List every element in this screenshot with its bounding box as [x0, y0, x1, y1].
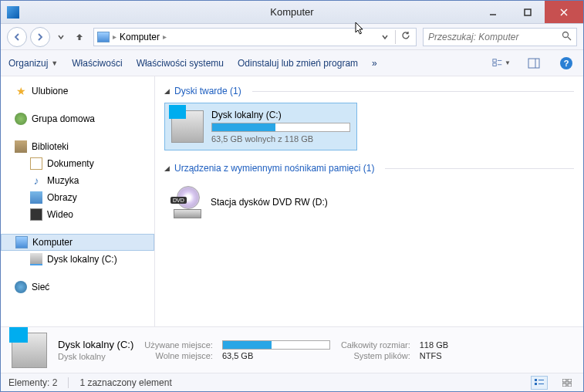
breadcrumb-item[interactable]: Komputer — [120, 32, 160, 42]
breadcrumb-separator-icon[interactable]: ▸ — [163, 32, 167, 41]
navigation-pane: ★Ulubione Grupa domowa Biblioteki Dokume… — [1, 76, 155, 326]
recent-locations-button[interactable] — [53, 27, 69, 47]
svg-line-5 — [568, 37, 571, 40]
system-properties-button[interactable]: Właściwości systemu — [137, 58, 224, 69]
overflow-button[interactable]: » — [372, 58, 377, 69]
up-button[interactable] — [72, 27, 87, 47]
windows-logo-icon — [9, 327, 28, 343]
svg-rect-19 — [568, 384, 572, 387]
address-dropdown-button[interactable] — [378, 32, 392, 42]
drive-name: Dysk lokalny (C:) — [211, 110, 350, 120]
breadcrumb-separator-icon[interactable]: ▸ — [113, 32, 116, 41]
sidebar-item-music[interactable]: ♪Muzyka — [1, 172, 154, 189]
preview-pane-button[interactable] — [525, 54, 543, 73]
command-bar: Organizuj▼ Właściwości Właściwości syste… — [1, 50, 583, 76]
content-pane: ◢ Dyski twarde (1) Dysk lokalny (C:) 63,… — [155, 76, 583, 326]
pictures-icon — [30, 191, 42, 204]
sidebar-item-local-disk[interactable]: Dysk lokalny (C:) — [1, 251, 154, 268]
organize-menu[interactable]: Organizuj▼ — [8, 58, 58, 69]
drive-item-c[interactable]: Dysk lokalny (C:) 63,5 GB wolnych z 118 … — [164, 103, 357, 150]
dvd-drive-icon: DVD — [170, 186, 203, 218]
storage-bar — [211, 123, 350, 132]
status-selected-count: 1 zaznaczony element — [79, 377, 171, 388]
hard-drive-icon — [12, 333, 47, 368]
details-type: Dysk lokalny — [58, 352, 133, 361]
details-name: Dysk lokalny (C:) — [58, 339, 133, 350]
help-icon: ? — [560, 57, 572, 69]
close-button[interactable] — [545, 1, 583, 23]
search-box[interactable] — [423, 28, 577, 46]
sidebar-item-network[interactable]: Sieć — [1, 279, 154, 296]
sidebar-item-favorites[interactable]: ★Ulubione — [1, 83, 154, 100]
network-icon — [15, 281, 27, 293]
drive-name: Stacja dysków DVD RW (D:) — [211, 197, 328, 208]
drive-item-dvd[interactable]: DVD Stacja dysków DVD RW (D:) — [164, 180, 380, 225]
details-pane: Dysk lokalny (C:) Dysk lokalny Używane m… — [1, 326, 583, 373]
large-icons-view-button[interactable] — [559, 376, 576, 390]
svg-rect-10 — [528, 59, 539, 68]
svg-rect-17 — [568, 379, 572, 382]
sidebar-item-computer[interactable]: Komputer — [1, 234, 154, 251]
svg-rect-13 — [535, 383, 537, 385]
status-item-count: Elementy: 2 — [8, 377, 57, 388]
svg-rect-12 — [535, 379, 537, 381]
navigation-bar: ▸ Komputer ▸ — [1, 24, 583, 50]
back-button[interactable] — [7, 27, 27, 47]
music-icon: ♪ — [30, 174, 42, 187]
homegroup-icon — [15, 113, 27, 125]
filesystem-value: NTFS — [420, 351, 448, 360]
drive-free-text: 63,5 GB wolnych z 118 GB — [211, 134, 350, 144]
search-input[interactable] — [428, 32, 562, 42]
window-controls — [475, 1, 583, 23]
hard-drive-icon — [171, 110, 204, 143]
status-bar: Elementy: 2 1 zaznaczony element — [1, 373, 583, 391]
sidebar-item-pictures[interactable]: Obrazy — [1, 189, 154, 206]
collapse-icon: ◢ — [164, 164, 170, 172]
collapse-icon: ◢ — [164, 87, 170, 95]
app-icon — [7, 6, 19, 19]
used-space-label: Używane miejsce: — [144, 340, 216, 350]
view-options-button[interactable]: ▼ — [492, 54, 511, 73]
details-view-button[interactable] — [531, 376, 548, 390]
computer-icon — [15, 236, 28, 248]
sidebar-item-libraries[interactable]: Biblioteki — [1, 138, 154, 155]
free-space-value: 63,5 GB — [222, 351, 330, 360]
videos-icon — [30, 208, 42, 221]
svg-rect-18 — [562, 384, 566, 387]
minimize-button[interactable] — [475, 1, 510, 23]
sidebar-item-homegroup[interactable]: Grupa domowa — [1, 110, 154, 127]
star-icon: ★ — [15, 85, 27, 97]
svg-rect-16 — [562, 379, 566, 382]
svg-rect-6 — [493, 59, 496, 62]
free-space-label: Wolne miejsce: — [144, 351, 216, 360]
windows-logo-icon — [169, 105, 186, 119]
sidebar-item-videos[interactable]: Wideo — [1, 206, 154, 223]
address-bar[interactable]: ▸ Komputer ▸ — [93, 28, 417, 46]
total-size-label: Całkowity rozmiar: — [341, 340, 414, 350]
documents-icon — [30, 157, 42, 170]
computer-icon — [97, 32, 110, 42]
properties-button[interactable]: Właściwości — [72, 58, 122, 69]
svg-rect-1 — [525, 9, 531, 15]
group-header-hard-drives[interactable]: ◢ Dyski twarde (1) — [164, 86, 574, 96]
refresh-button[interactable] — [399, 31, 413, 42]
svg-point-4 — [563, 32, 569, 37]
help-button[interactable]: ? — [557, 54, 576, 73]
title-bar: Komputer — [1, 1, 583, 24]
svg-rect-7 — [493, 63, 496, 66]
search-icon[interactable] — [562, 31, 572, 43]
usage-bar — [222, 340, 330, 350]
total-size-value: 118 GB — [420, 340, 448, 350]
sidebar-item-documents[interactable]: Dokumenty — [1, 155, 154, 172]
window-title: Komputer — [270, 6, 313, 18]
uninstall-program-button[interactable]: Odinstaluj lub zmień program — [238, 58, 358, 69]
libraries-icon — [15, 140, 27, 153]
maximize-button[interactable] — [510, 1, 545, 23]
drive-icon — [30, 253, 42, 265]
filesystem-label: System plików: — [341, 351, 414, 360]
group-header-removable[interactable]: ◢ Urządzenia z wymiennymi nośnikami pami… — [164, 163, 574, 174]
forward-button[interactable] — [30, 27, 50, 47]
